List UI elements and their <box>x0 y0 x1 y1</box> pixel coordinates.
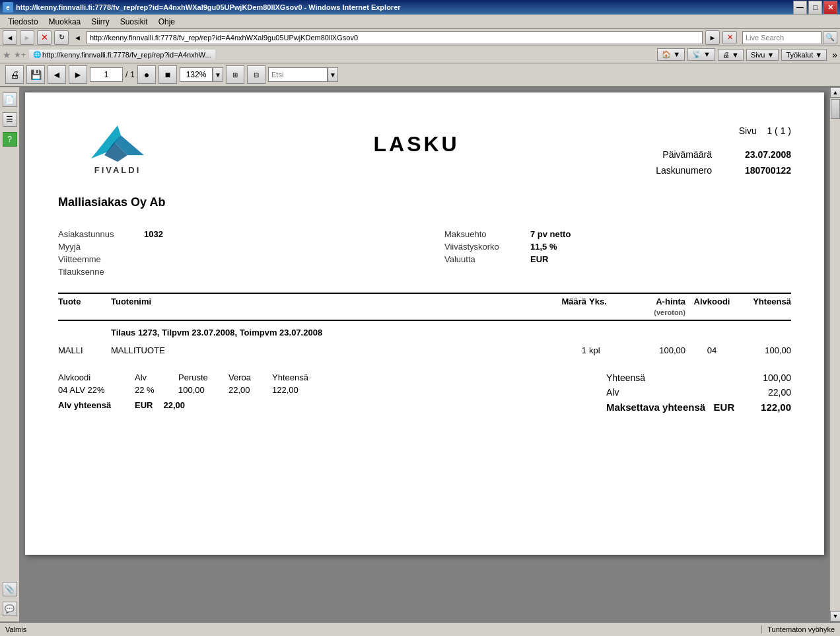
invoice-header: FIVALDI LASKU Sivu 1 ( 1 ) <box>58 119 791 176</box>
product-alvkoodi: 04 <box>685 345 738 355</box>
invoice-title: LASKU <box>177 132 656 157</box>
sidebar-comment-icon[interactable]: 💬 <box>3 602 17 616</box>
scroll-thumb[interactable] <box>831 99 840 119</box>
alv-pct-value: 22 % <box>135 385 168 395</box>
alv-col-header-alv: Alv <box>135 372 168 382</box>
maksettava-label: Maksettava yhteensä EUR <box>606 402 734 413</box>
maksuehto-value: 7 pv netto <box>530 229 571 239</box>
prev-page-button[interactable]: ◄ <box>48 65 66 84</box>
favorites-link[interactable]: 🌐 http://kenny.finnvalli.fi:7778/fv_rep/… <box>28 49 216 61</box>
logo-area: FIVALDI <box>58 119 177 175</box>
vertical-scrollbar[interactable]: ▲ ▼ <box>829 87 840 621</box>
menu-tiedosto[interactable]: Tiedosto <box>3 16 44 28</box>
maximize-button[interactable]: □ <box>808 1 822 15</box>
maksettava-value: 122,00 <box>738 402 791 413</box>
favorites-star-icon: ★ <box>3 50 11 60</box>
viivastyskorko-value: 11,5 % <box>530 242 557 252</box>
col-subheader-veroton: (veroton) <box>654 308 685 316</box>
main-area: 📄 ☰ ? 📎 💬 <box>0 87 840 621</box>
search-button[interactable]: 🔍 <box>823 31 837 44</box>
alv-total-label: Alv yhteensä <box>58 400 124 410</box>
print-tool-button[interactable]: 🖨 <box>5 65 24 84</box>
menu-siirry[interactable]: Siirry <box>86 16 114 28</box>
search-input[interactable] <box>742 31 822 44</box>
page-number-input[interactable]: 1 <box>90 67 123 82</box>
report-search-dropdown[interactable]: ▼ <box>328 67 338 82</box>
back-button[interactable]: ◄ <box>3 30 17 45</box>
chevron-right-icon[interactable]: » <box>832 50 837 60</box>
menu-muokkaa[interactable]: Muokkaa <box>44 16 87 28</box>
minimize-button[interactable]: — <box>793 1 807 15</box>
alv-value: 22,00 <box>738 387 791 398</box>
maksuehto-label: Maksuehto <box>444 229 530 239</box>
alv-col-header-yhteensa: Yhteensä <box>272 372 312 382</box>
invoice-num-label: Laskunumero <box>656 165 712 176</box>
zoom-control: 132% ▼ <box>180 67 223 82</box>
alv-col-header-veroa: Veroa <box>228 372 262 382</box>
stop-tool-button[interactable]: ■ <box>158 65 177 84</box>
page-label: Sivu <box>739 125 757 136</box>
sidebar-attach-icon[interactable]: 📎 <box>3 582 17 596</box>
tilauksenne-label: Tilauksenne <box>58 267 144 277</box>
scroll-up-button[interactable]: ▲ <box>830 87 840 98</box>
title-bar: e http://kenny.finnvalli.fi:7778/fv_rep/… <box>0 0 840 15</box>
page-button[interactable]: Sivu ▼ <box>746 49 779 61</box>
valuutta-value: EUR <box>530 254 548 264</box>
address-input[interactable] <box>87 31 703 44</box>
order-row-text: Tilaus 1273, Tilpvm 23.07.2008, Toimpvm … <box>111 328 322 337</box>
maksettava-label-text: Maksettava yhteensä <box>606 402 705 413</box>
sidebar-page-icon[interactable]: 📄 <box>3 92 17 107</box>
menu-bar: Tiedosto Muokkaa Siirry Suosikit Ohje <box>0 15 840 29</box>
col-header-maara: Määrä <box>547 297 586 317</box>
fit-page-button[interactable]: ⊞ <box>226 65 244 84</box>
menu-ohje[interactable]: Ohje <box>153 16 180 28</box>
scroll-down-button[interactable]: ▼ <box>830 611 840 621</box>
print-button[interactable]: 🖨 ▼ <box>718 49 744 61</box>
sidebar-toc-icon[interactable]: ☰ <box>3 112 17 127</box>
product-ahinta: 100,00 <box>619 345 685 355</box>
report-toolbar: 🖨 💾 ◄ ► 1 / 1 ● ■ 132% ▼ ⊞ ⊟ ▼ <box>0 63 840 87</box>
tools-button[interactable]: Työkalut ▼ <box>781 49 827 61</box>
play-button[interactable]: ● <box>137 65 156 84</box>
forward-button[interactable]: ► <box>20 30 34 45</box>
zoom-dropdown-button[interactable]: ▼ <box>213 67 223 82</box>
x-button[interactable]: ✕ <box>722 31 737 44</box>
date-value: 23.07.2008 <box>725 149 791 160</box>
info-right: Maksuehto 7 pv netto Viivästyskorko 11,5… <box>444 229 791 279</box>
refresh-button[interactable]: ↻ <box>54 30 69 45</box>
favorites-link-text: http://kenny.finnvalli.fi:7778/fv_rep/re… <box>42 51 211 59</box>
asiakastunnus-value: 1032 <box>144 229 163 239</box>
myyja-label: Myyjä <box>58 242 144 252</box>
navigate-button[interactable]: ► <box>705 30 720 45</box>
address-bar: ◄ ► ✕ ↻ ◄ ► ✕ 🔍 <box>0 29 840 46</box>
page-total: 1 <box>130 70 135 79</box>
home-button[interactable]: 🏠 ▼ <box>657 48 685 61</box>
alv-header-row: Alvkoodi Alv Peruste Veroa Yhteensä <box>58 372 606 382</box>
alv-data-row: 04 ALV 22% 22 % 100,00 22,00 122,00 <box>58 385 606 395</box>
close-button[interactable]: ✕ <box>823 1 837 15</box>
document-wrapper: FIVALDI LASKU Sivu 1 ( 1 ) <box>25 92 824 555</box>
order-row: Tilaus 1273, Tilpvm 23.07.2008, Toimpvm … <box>58 321 791 341</box>
next-page-button[interactable]: ► <box>69 65 87 84</box>
alv-label: Alv <box>606 387 619 398</box>
content-area[interactable]: FIVALDI LASKU Sivu 1 ( 1 ) <box>20 87 840 621</box>
customer-name: Malliasiakas Oy Ab <box>58 195 791 209</box>
stop-button[interactable]: ✕ <box>37 30 52 45</box>
zoom-input[interactable]: 132% <box>180 67 213 82</box>
rss-button[interactable]: 📡 ▼ <box>687 48 715 61</box>
fit-width-button[interactable]: ⊟ <box>247 65 265 84</box>
save-tool-button[interactable]: 💾 <box>26 65 45 84</box>
status-zone: Tuntematon vyöhyke <box>762 625 840 633</box>
menu-suosikit[interactable]: Suosikit <box>115 16 153 28</box>
product-tuote: MALLI <box>58 345 111 355</box>
col-header-nimi: Tuotenimi <box>111 297 547 317</box>
alv-peruste-value: 100,00 <box>178 385 218 395</box>
status-bar: Valmis Tuntematon vyöhyke <box>0 621 840 636</box>
product-row: MALLI MALLITUOTE 1 kpl 100,00 04 100,00 <box>58 341 791 359</box>
viivastyskorko-label: Viivästyskorko <box>444 242 530 252</box>
page-separator: / <box>125 70 127 79</box>
report-search-input[interactable] <box>268 67 328 82</box>
alv-totals-section: Alvkoodi Alv Peruste Veroa Yhteensä 04 A… <box>58 372 791 413</box>
sidebar-help-icon[interactable]: ? <box>3 132 17 147</box>
link-icon: 🌐 <box>33 51 41 58</box>
